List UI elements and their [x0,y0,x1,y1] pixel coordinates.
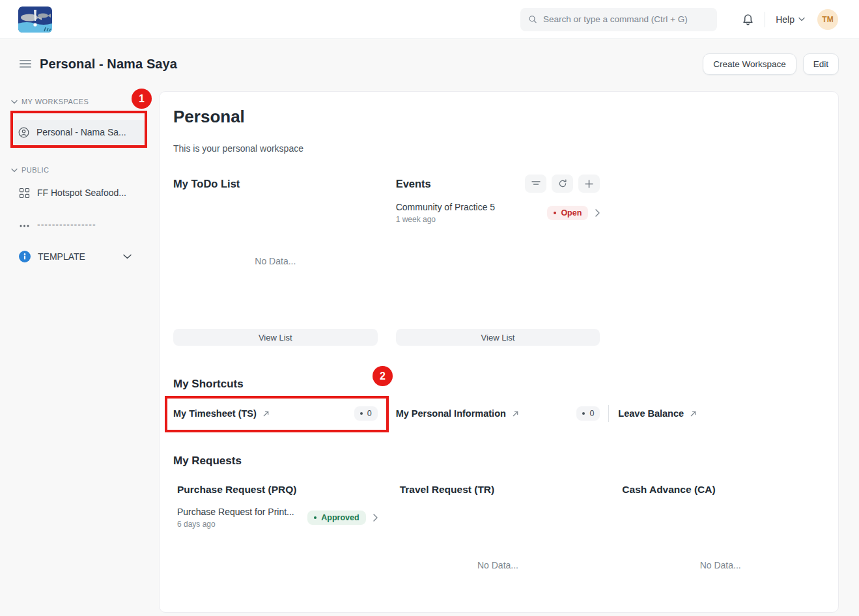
event-list-item[interactable]: Community of Practice 5 1 week ago Open [396,193,600,224]
event-title: Community of Practice 5 [396,202,541,212]
shortcut-leave-balance[interactable]: Leave Balance [618,399,823,428]
requests-title: My Requests [173,455,823,468]
external-link-icon [262,410,270,417]
section-my-workspaces[interactable]: MY WORKSPACES [11,98,147,105]
chevron-down-icon [798,17,805,21]
app-logo[interactable] [18,7,52,33]
widget-row: My ToDo List No Data... View List Events [173,174,823,346]
hamburger-icon [20,59,31,68]
chevron-right-icon[interactable] [373,514,378,522]
search-input[interactable] [543,14,709,24]
workspace-subtitle: This is your personal workspace [173,143,823,154]
chevron-down-icon [11,100,18,104]
status-badge-approved: Approved [307,511,365,525]
navbar-divider [765,12,765,27]
event-time: 1 week ago [396,215,541,224]
purchase-request-title: Purchase Request (PRQ) [173,484,378,496]
ellipsis-icon [19,219,30,231]
status-dot [314,516,317,519]
filter-button[interactable] [525,175,546,193]
travel-request-empty-text: No Data... [396,560,600,570]
top-navbar: Help TM [0,0,859,39]
travel-request-title: Travel Request (TR) [396,484,600,496]
empty-widget-slot [618,174,823,346]
info-icon [19,251,31,262]
todo-list-title: My ToDo List [173,178,240,190]
sidebar-item-label: TEMPLATE [38,251,85,262]
sidebar-item-label: FF Hotspot Seafood... [37,188,126,198]
purchase-request-item[interactable]: Purchase Request for Print... 6 days ago… [177,496,378,529]
user-circle-icon [18,127,29,138]
external-link-icon [690,410,697,417]
sidebar-item-label: ---------------- [37,219,96,230]
refresh-icon [558,179,567,188]
status-dot [554,212,556,214]
create-workspace-button[interactable]: Create Workspace [703,53,796,75]
todo-empty-text: No Data... [173,256,378,266]
notifications-button[interactable] [742,13,754,26]
workspace-title: Personal [173,107,823,127]
shortcuts-row: My Timesheet (TS) 0 My Personal Informat… [173,399,823,428]
request-item-time: 6 days ago [177,520,300,529]
section-public[interactable]: PUBLIC [11,166,147,174]
cash-advance-card: Cash Advance (CA) No Data... [618,484,823,613]
user-avatar[interactable]: TM [817,9,838,30]
plus-icon [585,180,593,188]
travel-request-card: Travel Request (TR) No Data... [396,484,600,613]
requests-grid: Purchase Request (PRQ) Purchase Request … [173,484,823,613]
grid-icon [19,188,30,199]
events-view-list-button[interactable]: View List [396,329,600,346]
shortcut-my-personal-information[interactable]: My Personal Information 0 [396,399,600,428]
search-icon [528,14,537,24]
workspace-sidebar: MY WORKSPACES Personal - Nama Sa... PUBL… [0,91,159,616]
bell-icon [742,13,754,26]
chevron-down-icon[interactable] [123,254,132,259]
filter-icon [531,180,541,188]
shortcut-my-timesheet[interactable]: My Timesheet (TS) 0 [173,399,378,428]
sidebar-item-personal[interactable]: Personal - Nama Sa... [11,120,147,145]
global-search[interactable] [520,8,717,31]
todo-list-card: My ToDo List No Data... View List [173,174,378,346]
section-label: PUBLIC [21,166,49,174]
refresh-button[interactable] [552,175,573,193]
external-link-icon [512,410,519,417]
add-event-button[interactable] [578,175,600,193]
sidebar-item-label: Personal - Nama Sa... [36,127,126,137]
page-header: Personal - Nama Saya Create Workspace Ed… [0,39,859,89]
cash-advance-empty-text: No Data... [618,560,823,570]
todo-view-list-button[interactable]: View List [173,329,378,346]
sidebar-item-template[interactable]: TEMPLATE [11,244,147,270]
events-card: Events [396,174,600,346]
workspace-content: Personal This is your personal workspace… [159,91,839,613]
chevron-right-icon[interactable] [595,209,600,217]
shortcuts-title: My Shortcuts [173,378,823,391]
cash-advance-title: Cash Advance (CA) [618,484,823,496]
page-title: Personal - Nama Saya [40,57,177,72]
events-title: Events [396,178,431,190]
help-menu[interactable]: Help [776,14,805,25]
sidebar-item-dashes[interactable]: ---------------- [11,212,147,238]
request-item-title: Purchase Request for Print... [177,507,300,517]
section-label: MY WORKSPACES [21,98,89,105]
logo-icon [18,7,52,33]
count-badge: 0 [576,406,600,421]
help-label: Help [776,14,795,25]
sidebar-item-ff-hotspot[interactable]: FF Hotspot Seafood... [11,180,147,206]
count-badge: 0 [354,406,378,421]
status-badge-open: Open [547,206,588,220]
sidebar-toggle-button[interactable] [20,59,31,68]
edit-button[interactable]: Edit [803,53,839,75]
purchase-request-card: Purchase Request (PRQ) Purchase Request … [173,484,378,613]
chevron-down-icon [11,168,18,173]
